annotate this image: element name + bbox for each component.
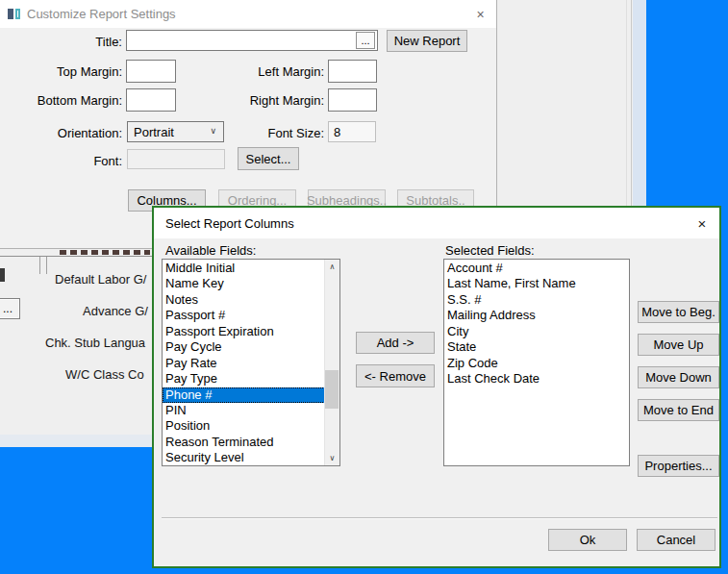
left-margin-input[interactable] <box>328 60 377 83</box>
left-margin-label: Left Margin: <box>0 64 324 79</box>
list-item[interactable]: Position <box>163 418 325 434</box>
list-item[interactable]: Notes <box>163 292 325 308</box>
list-item[interactable]: PIN <box>163 403 325 418</box>
available-fields-label: Available Fields: <box>165 243 256 258</box>
list-item[interactable]: Middle Initial <box>163 261 325 276</box>
list-item[interactable]: Security Level <box>163 450 325 465</box>
list-item[interactable]: Last Check Date <box>444 371 629 387</box>
selected-fields-label: Selected Fields: <box>445 243 535 258</box>
list-item[interactable]: Pay Rate <box>163 356 325 371</box>
list-item[interactable]: S.S. # <box>444 292 629 308</box>
close-icon[interactable]: × <box>464 0 496 28</box>
select-font-button[interactable]: Select... <box>238 147 299 170</box>
list-item[interactable]: Last Name, First Name <box>444 276 629 291</box>
cancel-button[interactable]: Cancel <box>637 529 715 551</box>
list-item[interactable]: City <box>444 324 629 339</box>
move-to-end-button[interactable]: Move to End <box>638 399 719 421</box>
properties-button[interactable]: Properties... <box>638 455 719 477</box>
move-to-beg-button[interactable]: Move to Beg. <box>638 301 719 323</box>
background-form-labels: Default Labor G/ Advance G/ Chk. Stub La… <box>0 257 151 436</box>
list-item[interactable]: Pay Cycle <box>163 339 325 355</box>
dialog-title: Select Report Columns <box>165 216 294 231</box>
font-size-label: Font Size: <box>0 126 324 140</box>
add-button[interactable]: Add -> <box>356 332 435 354</box>
list-item[interactable]: Passport Expiration <box>163 324 325 339</box>
list-item[interactable]: Pay Type <box>163 371 325 387</box>
form-label: W/C Class Co <box>65 367 144 382</box>
move-up-button[interactable]: Move Up <box>638 334 719 356</box>
list-item[interactable]: Zip Code <box>444 356 629 371</box>
close-icon[interactable]: × <box>685 208 719 238</box>
dialog-title: Customize Report Settings <box>27 7 176 21</box>
form-label: Chk. Stub Langua <box>45 336 145 350</box>
selected-fields-listbox[interactable]: Account #Last Name, First NameS.S. #Mail… <box>443 259 630 466</box>
new-report-button[interactable]: New Report <box>387 30 467 52</box>
clipped-text-row <box>60 250 150 255</box>
title-browse-button[interactable]: ... <box>356 32 375 49</box>
list-item[interactable]: Passport # <box>163 308 325 323</box>
ok-button[interactable]: Ok <box>548 529 627 551</box>
scroll-down-icon[interactable]: ∨ <box>325 451 339 465</box>
list-item[interactable]: Name Key <box>163 276 325 291</box>
list-item[interactable]: Phone # <box>163 387 325 403</box>
form-label: Default Labor G/ <box>55 272 146 287</box>
list-item[interactable]: Mailing Address <box>444 308 629 323</box>
desktop: Default Labor G/ Advance G/ Chk. Stub La… <box>0 0 728 574</box>
font-input <box>127 149 225 169</box>
list-item[interactable]: State <box>444 339 629 355</box>
selected-fields-items: Account #Last Name, First NameS.S. #Mail… <box>444 261 629 387</box>
remove-button[interactable]: <- Remove <box>356 364 435 387</box>
list-item[interactable]: Reason Terminated <box>163 435 325 450</box>
font-size-input[interactable]: 8 <box>328 121 376 142</box>
divider <box>162 517 717 518</box>
available-fields-items: Middle InitialName KeyNotesPassport #Pas… <box>163 261 325 466</box>
available-fields-listbox[interactable]: Middle InitialName KeyNotesPassport #Pas… <box>162 259 340 466</box>
report-app-icon <box>8 8 21 20</box>
scrollbar-thumb[interactable] <box>325 370 339 409</box>
title-input[interactable] <box>126 30 378 51</box>
select-report-columns-dialog: Select Report Columns × Available Fields… <box>152 206 721 568</box>
right-margin-label: Right Margin: <box>0 93 324 108</box>
scrollbar[interactable]: ∧ ∨ <box>324 260 339 465</box>
form-label: Advance G/ <box>83 304 148 318</box>
right-margin-input[interactable] <box>328 88 377 112</box>
list-item[interactable]: Account # <box>444 261 629 276</box>
scroll-up-icon[interactable]: ∧ <box>325 260 339 274</box>
move-down-button[interactable]: Move Down <box>638 366 719 388</box>
font-label: Font: <box>0 154 122 168</box>
title-field-label: Title: <box>0 35 122 49</box>
background-browse-button[interactable]: ... <box>0 298 20 319</box>
